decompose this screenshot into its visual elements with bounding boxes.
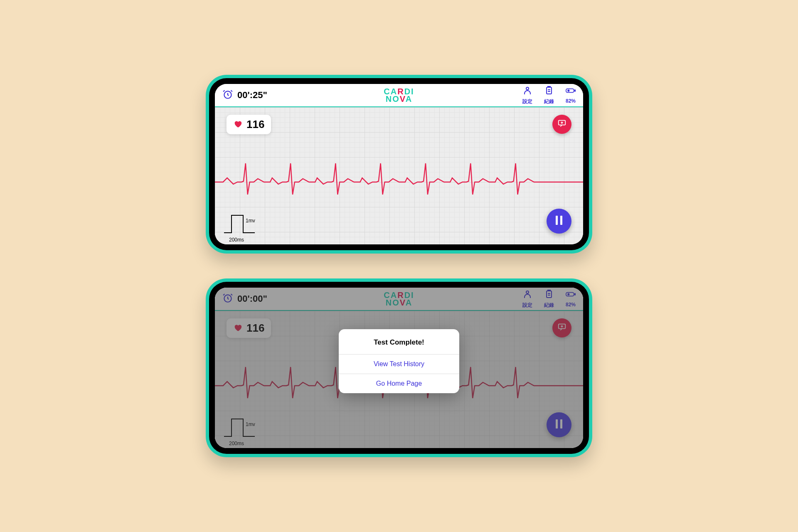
- battery-indicator: 82%: [566, 86, 576, 104]
- app-screen-complete: 00':00" CARDI NOVA 設定 紀錄: [215, 288, 583, 448]
- svg-point-5: [568, 90, 569, 91]
- records-label: 紀錄: [544, 98, 554, 105]
- header-actions: 設定 紀錄 82%: [522, 86, 576, 105]
- calib-mv-label: 1mv: [246, 218, 255, 224]
- view-history-button[interactable]: View Test History: [339, 355, 459, 374]
- phone-mockup-complete: 00':00" CARDI NOVA 設定 紀錄: [206, 278, 592, 457]
- pause-button[interactable]: [547, 209, 571, 234]
- bpm-badge: 116: [227, 115, 271, 134]
- pause-icon: [555, 216, 563, 227]
- phone-bezel: 00':25" CARDI NOVA 設定 紀錄: [209, 78, 589, 250]
- alarm-clock-icon: [222, 89, 233, 101]
- add-comment-icon: [557, 119, 566, 130]
- timer-value: 00':25": [237, 90, 267, 101]
- battery-label: 82%: [566, 98, 576, 104]
- settings-label: 設定: [522, 98, 532, 105]
- settings-button[interactable]: 設定: [522, 86, 532, 105]
- go-home-button[interactable]: Go Home Page: [339, 374, 459, 393]
- phone-bezel: 00':00" CARDI NOVA 設定 紀錄: [209, 282, 589, 454]
- ecg-waveform: [215, 157, 583, 207]
- user-icon: [522, 86, 532, 97]
- add-note-button[interactable]: [552, 115, 571, 134]
- svg-rect-4: [574, 90, 575, 91]
- calibration-marker: 1mv 200ms: [223, 212, 256, 236]
- battery-icon: [566, 86, 576, 97]
- dialog-title: Test Complete!: [339, 329, 459, 355]
- records-button[interactable]: 紀錄: [544, 86, 554, 105]
- svg-rect-7: [556, 216, 558, 225]
- phone-mockup-recording: 00':25" CARDI NOVA 設定 紀錄: [206, 75, 592, 254]
- brand-logo: CARDI NOVA: [384, 88, 414, 103]
- svg-rect-2: [547, 87, 552, 94]
- test-complete-dialog: Test Complete! View Test History Go Home…: [339, 329, 459, 393]
- svg-rect-3: [566, 89, 574, 92]
- app-header: 00':25" CARDI NOVA 設定 紀錄: [215, 84, 583, 107]
- clipboard-icon: [544, 86, 554, 97]
- svg-rect-8: [560, 216, 562, 225]
- ecg-chart-area: 116 1mv 200ms: [215, 107, 583, 244]
- logo-line-2: NOVA: [384, 95, 414, 103]
- bpm-value: 116: [246, 118, 264, 131]
- timer-group: 00':25": [222, 89, 267, 101]
- app-screen-recording: 00':25" CARDI NOVA 設定 紀錄: [215, 84, 583, 244]
- calib-ms-label: 200ms: [229, 237, 244, 243]
- heart-icon: [233, 119, 242, 130]
- svg-point-1: [526, 87, 529, 90]
